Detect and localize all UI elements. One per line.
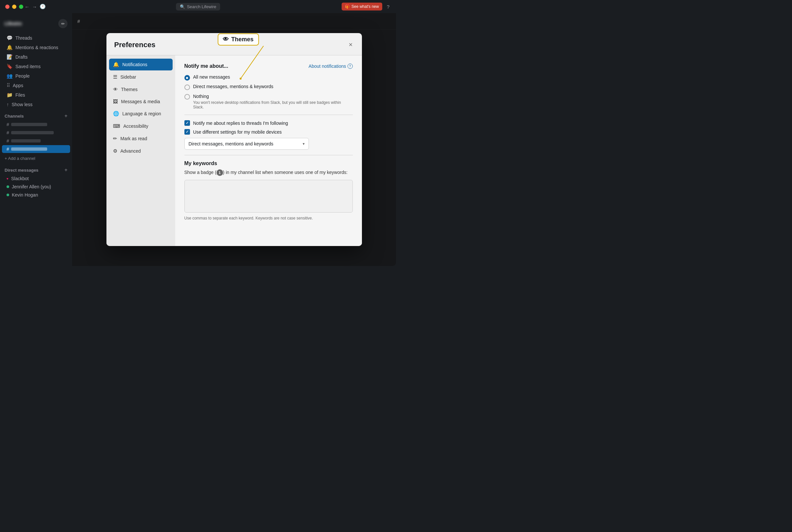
chevron-down-icon: ▾	[303, 141, 305, 146]
channel-bar-2	[11, 131, 54, 134]
pref-nav-advanced[interactable]: ⚙ Advanced	[109, 145, 173, 157]
pref-nav-messages[interactable]: 🖼 Messages & media	[109, 96, 173, 107]
modal-close-button[interactable]: ×	[348, 40, 354, 50]
checkbox-mobile-label: Use different settings for my mobile dev…	[193, 129, 282, 135]
modal-body: 🔔 Notifications ☰ Sidebar 👁 Themes	[107, 55, 362, 246]
add-channel-row[interactable]: + Add a channel	[0, 153, 72, 163]
minimize-traffic-light[interactable]	[12, 5, 16, 9]
about-notifications-help-icon: ?	[348, 63, 353, 69]
add-channel-button[interactable]: +	[64, 113, 67, 119]
notify-header: Notify me about... About notifications ?	[185, 63, 353, 69]
sidebar-item-drafts[interactable]: 📝 Drafts	[2, 52, 70, 62]
checkbox-threads-box	[185, 120, 190, 126]
channel-item-2[interactable]: #	[2, 129, 70, 137]
gift-icon: 🎁	[345, 4, 350, 9]
sidebar-item-threads-label: Threads	[15, 35, 32, 41]
channel-bar-1	[11, 123, 47, 126]
traffic-lights	[5, 5, 23, 9]
search-icon: 🔍	[180, 4, 185, 9]
apps-icon: ⠿	[6, 82, 10, 89]
pref-nav-accessibility[interactable]: ⌨ Accessibility	[109, 120, 173, 132]
checkbox-mobile[interactable]: Use different settings for my mobile dev…	[185, 129, 353, 135]
pref-nav-mark-as-read[interactable]: ✏ Mark as read	[109, 133, 173, 145]
sidebar-item-saved-label: Saved items	[15, 64, 41, 69]
whats-new-button[interactable]: 🎁 See what's new	[342, 3, 382, 11]
add-dm-button[interactable]: +	[64, 167, 67, 173]
history-button[interactable]: 🕐	[38, 2, 47, 11]
sidebar-item-saved[interactable]: 🔖 Saved items	[2, 62, 70, 71]
dm-section-header: Direct messages +	[0, 163, 72, 174]
search-bar[interactable]: 🔍 Search Lifewire	[176, 3, 220, 11]
pref-nav-mark-as-read-label: Mark as read	[120, 136, 148, 141]
radio-nothing[interactable]: Nothing You won't receive desktop notifi…	[185, 93, 353, 109]
close-traffic-light[interactable]	[5, 5, 9, 9]
edit-status-button[interactable]: ✏	[58, 19, 67, 28]
workspace-name: Lifewire	[5, 21, 22, 26]
sidebar-item-apps[interactable]: ⠿ Apps	[2, 81, 70, 90]
sidebar-item-show-less[interactable]: ↑ Show less	[2, 100, 70, 109]
sidebar-item-people[interactable]: 👥 People	[2, 71, 70, 81]
maximize-traffic-light[interactable]	[19, 5, 23, 9]
mobile-dropdown-label: Direct messages, mentions and keywords	[189, 141, 273, 147]
mobile-dropdown[interactable]: Direct messages, mentions and keywords ▾	[185, 138, 309, 150]
keywords-textarea[interactable]	[185, 180, 353, 213]
radio-nothing-sub: You won't receive desktop notifications …	[193, 100, 353, 109]
channel-item-1[interactable]: #	[2, 120, 70, 128]
pref-nav-themes[interactable]: 👁 Themes	[109, 83, 173, 95]
app-window: ← → 🕐 🔍 Search Lifewire 🎁 See what's new…	[0, 0, 396, 266]
radio-direct-messages[interactable]: Direct messages, mentions & keywords	[185, 84, 353, 90]
language-pref-icon: 🌐	[113, 111, 119, 117]
sidebar-item-files-label: Files	[15, 92, 25, 98]
themes-pref-icon: 👁	[113, 87, 118, 92]
online-dot-kevin	[6, 194, 9, 196]
dm-item-jennifer[interactable]: Jennifer Allen (you)	[2, 183, 70, 191]
keywords-desc: Show a badge (1) in my channel list when…	[185, 169, 353, 176]
keywords-title: My keywords	[185, 160, 353, 166]
help-button[interactable]: ?	[386, 3, 391, 11]
dm-item-kevin[interactable]: Kevin Hogan	[2, 191, 70, 199]
sidebar-item-apps-label: Apps	[13, 83, 23, 88]
pref-nav-language[interactable]: 🌐 Language & region	[109, 108, 173, 119]
pref-nav-notifications[interactable]: 🔔 Notifications	[109, 59, 173, 71]
app-body: Lifewire ✏ 💬 Threads 🔔 Mentions & reacti…	[0, 13, 396, 266]
channel-bar-3	[11, 139, 41, 142]
back-button[interactable]: ←	[23, 3, 31, 11]
accessibility-pref-icon: ⌨	[113, 123, 120, 129]
hash-icon-4: #	[6, 147, 9, 152]
people-icon: 👥	[6, 73, 13, 79]
dm-item-slackbot[interactable]: ♥ Slackbot	[2, 175, 70, 183]
show-less-icon: ↑	[6, 101, 9, 107]
dm-label: Direct messages	[5, 168, 38, 173]
about-notifications-link[interactable]: About notifications ?	[309, 63, 352, 69]
divider-2	[185, 155, 353, 155]
sidebar-item-files[interactable]: 📁 Files	[2, 90, 70, 100]
sidebar-item-mentions[interactable]: 🔔 Mentions & reactions	[2, 43, 70, 52]
pref-nav-sidebar[interactable]: ☰ Sidebar	[109, 71, 173, 83]
kevin-name: Kevin Hogan	[12, 192, 38, 197]
add-channel-label: + Add a channel	[5, 156, 35, 161]
preferences-nav: 🔔 Notifications ☰ Sidebar 👁 Themes	[107, 55, 175, 246]
sidebar-item-threads[interactable]: 💬 Threads	[2, 33, 70, 43]
checkbox-threads[interactable]: Notify me about replies to threads I'm f…	[185, 120, 353, 126]
threads-icon: 💬	[6, 35, 13, 41]
pref-nav-messages-label: Messages & media	[121, 99, 160, 104]
notify-title: Notify me about...	[185, 63, 228, 69]
titlebar-right: 🎁 See what's new ?	[342, 3, 391, 11]
pref-nav-advanced-label: Advanced	[120, 148, 141, 154]
checkbox-mobile-box	[185, 129, 190, 135]
main-content: # 👁 Themes	[72, 13, 396, 266]
forward-button[interactable]: →	[31, 3, 38, 11]
radio-nothing-circle	[185, 94, 190, 100]
sidebar: Lifewire ✏ 💬 Threads 🔔 Mentions & reacti…	[0, 13, 72, 266]
whats-new-label: See what's new	[351, 4, 379, 9]
radio-all-messages[interactable]: All new messages	[185, 74, 353, 81]
sidebar-item-drafts-label: Drafts	[15, 54, 27, 60]
online-dot-jennifer	[6, 185, 9, 188]
advanced-pref-icon: ⚙	[113, 148, 117, 154]
channels-section-header: Channels +	[0, 109, 72, 120]
modal-header: Preferences ×	[107, 33, 362, 55]
channel-item-3[interactable]: #	[2, 137, 70, 145]
channel-item-4-active[interactable]: #	[2, 145, 70, 153]
badge-circle: 1	[216, 169, 223, 176]
preferences-content: Notify me about... About notifications ?…	[175, 55, 362, 246]
